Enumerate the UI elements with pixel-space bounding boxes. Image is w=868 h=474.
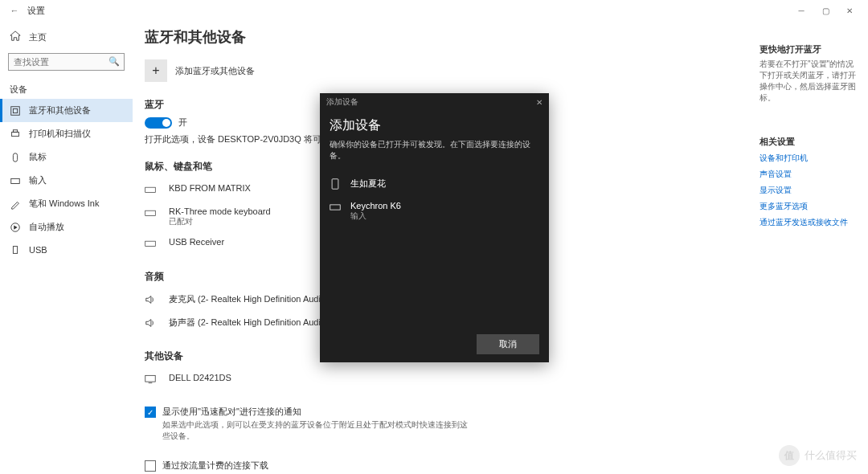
keyboard-icon xyxy=(330,202,344,215)
tip-desc: 若要在不打开"设置"的情况下打开或关闭蓝牙，请打开操作中心，然后选择蓝牙图标。 xyxy=(760,59,860,104)
device-name: DELL D2421DS xyxy=(169,373,231,382)
speaker-icon xyxy=(145,317,161,330)
add-device-row[interactable]: + 添加蓝牙或其他设备 xyxy=(145,59,751,82)
sidebar-item-label: 输入 xyxy=(29,174,47,186)
related-link[interactable]: 更多蓝牙选项 xyxy=(760,201,860,212)
related-link[interactable]: 设备和打印机 xyxy=(760,153,860,164)
device-name: KBD FROM MATRIX xyxy=(169,183,251,193)
svg-rect-7 xyxy=(13,247,17,254)
bluetooth-toggle[interactable] xyxy=(145,117,172,129)
sidebar-item-label: 自动播放 xyxy=(29,221,64,233)
sidebar-item-mouse[interactable]: 鼠标 xyxy=(0,145,133,169)
svg-rect-14 xyxy=(330,205,340,210)
cancel-button[interactable]: 取消 xyxy=(477,334,539,354)
svg-rect-1 xyxy=(13,108,17,112)
svg-rect-13 xyxy=(332,179,338,189)
device-name: RK-Three mode keyboard xyxy=(169,206,271,216)
sidebar-item-typing[interactable]: 输入 xyxy=(0,169,133,192)
titlebar: ← 设置 ─ ▢ ✕ xyxy=(0,0,868,21)
sidebar-group-label: 设备 xyxy=(0,76,133,99)
phone-icon xyxy=(330,178,344,191)
add-device-label: 添加蓝牙或其他设备 xyxy=(175,65,255,77)
search-input[interactable] xyxy=(8,53,125,71)
add-device-button[interactable]: + xyxy=(145,59,167,82)
checkbox-desc: 如果选中此选项，则可以在受支持的蓝牙设备位于附近且处于配对模式时快速连接到这些设… xyxy=(162,419,468,442)
svg-rect-11 xyxy=(145,375,155,382)
dialog-title: 添加设备 xyxy=(330,117,539,134)
sidebar-item-printers[interactable]: 打印机和扫描仪 xyxy=(0,122,133,145)
dialog-close-button[interactable]: ✕ xyxy=(536,98,542,107)
window-title: 设置 xyxy=(27,5,45,17)
watermark: 值 什么值得买 xyxy=(779,445,857,466)
sidebar-item-autoplay[interactable]: 自动播放 xyxy=(0,215,133,239)
autoplay-icon xyxy=(10,222,21,233)
monitor-icon xyxy=(145,374,161,386)
svg-rect-5 xyxy=(11,178,20,183)
related-title: 相关设置 xyxy=(760,136,860,148)
sidebar-item-usb[interactable]: USB xyxy=(0,239,133,261)
svg-rect-2 xyxy=(12,132,19,136)
svg-rect-9 xyxy=(145,210,156,215)
home-icon xyxy=(10,31,21,43)
speaker-icon xyxy=(145,294,161,307)
sidebar-item-label: 笔和 Windows Ink xyxy=(29,198,99,210)
bluetooth-state: 开 xyxy=(178,116,187,129)
found-device-item[interactable]: 生如夏花 xyxy=(330,173,539,196)
checkbox-swift-pair[interactable]: ✓ xyxy=(145,407,156,418)
minimize-button[interactable]: ─ xyxy=(789,0,813,21)
device-name: 扬声器 (2- Realtek High Definition Audio) xyxy=(169,317,329,329)
usb-icon xyxy=(10,244,21,255)
sidebar: 主页 🔍 设备 蓝牙和其他设备 打印机和扫描仪 鼠标 输入 笔和 Windows… xyxy=(0,21,133,474)
sidebar-item-label: 鼠标 xyxy=(29,151,47,163)
checkbox-label: 显示使用"迅速配对"进行连接的通知 xyxy=(162,406,468,418)
keyboard-icon xyxy=(145,207,161,220)
maximize-button[interactable]: ▢ xyxy=(813,0,837,21)
device-name: USB Receiver xyxy=(169,237,224,247)
watermark-badge: 值 xyxy=(779,445,800,466)
window-controls: ─ ▢ ✕ xyxy=(789,0,862,21)
search-box[interactable]: 🔍 xyxy=(8,53,125,71)
search-icon: 🔍 xyxy=(108,56,120,67)
tip-title: 更快地打开蓝牙 xyxy=(760,43,860,55)
sidebar-home-label: 主页 xyxy=(29,31,47,43)
sidebar-item-label: 蓝牙和其他设备 xyxy=(29,104,91,116)
sidebar-item-pen[interactable]: 笔和 Windows Ink xyxy=(0,192,133,215)
svg-rect-10 xyxy=(145,241,156,246)
related-link[interactable]: 声音设置 xyxy=(760,169,860,180)
svg-rect-4 xyxy=(13,153,17,161)
close-button[interactable]: ✕ xyxy=(837,0,862,21)
checkbox-metered[interactable] xyxy=(145,460,156,472)
svg-rect-3 xyxy=(13,129,17,132)
keyboard-icon xyxy=(10,175,21,186)
related-link[interactable]: 通过蓝牙发送或接收文件 xyxy=(760,217,860,228)
page-title: 蓝牙和其他设备 xyxy=(145,27,751,47)
checkbox-label: 通过按流量计费的连接下载 xyxy=(162,460,468,472)
dialog-subtitle: 确保你的设备已打开并可被发现。在下面选择要连接的设备。 xyxy=(330,139,539,161)
found-device-type: 输入 xyxy=(350,210,401,222)
sidebar-home[interactable]: 主页 xyxy=(0,26,133,48)
sidebar-item-label: USB xyxy=(29,245,47,255)
found-device-item[interactable]: Keychron K6 输入 xyxy=(330,196,539,227)
dialog-header-text: 添加设备 xyxy=(326,96,358,108)
device-item[interactable]: DELL D2421DS xyxy=(145,368,751,391)
keyboard-icon xyxy=(145,238,161,251)
watermark-text: 什么值得买 xyxy=(805,448,857,463)
dialog-header: 添加设备 ✕ xyxy=(320,93,549,111)
keyboard-icon xyxy=(145,184,161,197)
swift-pair-checkbox-row: ✓ 显示使用"迅速配对"进行连接的通知 如果选中此选项，则可以在受支持的蓝牙设备… xyxy=(145,406,751,442)
sidebar-item-label: 打印机和扫描仪 xyxy=(29,128,91,140)
mouse-icon xyxy=(10,152,21,163)
add-device-dialog: 添加设备 ✕ 添加设备 确保你的设备已打开并可被发现。在下面选择要连接的设备。 … xyxy=(320,93,549,362)
found-device-name: 生如夏花 xyxy=(350,178,386,190)
metered-download-checkbox-row: 通过按流量计费的连接下载 为避免产生额外的费用，请始终关闭此功能。这样当你使用按… xyxy=(145,460,751,474)
back-button[interactable]: ← xyxy=(6,6,23,15)
svg-rect-0 xyxy=(11,106,20,115)
svg-rect-8 xyxy=(145,187,156,192)
pen-icon xyxy=(10,198,21,210)
sidebar-item-bluetooth[interactable]: 蓝牙和其他设备 xyxy=(0,99,133,122)
bluetooth-icon xyxy=(10,105,21,116)
device-status: 已配对 xyxy=(169,216,271,227)
device-name: 麦克风 (2- Realtek High Definition Audio) xyxy=(169,293,329,305)
right-panel: 更快地打开蓝牙 若要在不打开"设置"的情况下打开或关闭蓝牙，请打开操作中心，然后… xyxy=(760,32,868,233)
related-link[interactable]: 显示设置 xyxy=(760,185,860,196)
